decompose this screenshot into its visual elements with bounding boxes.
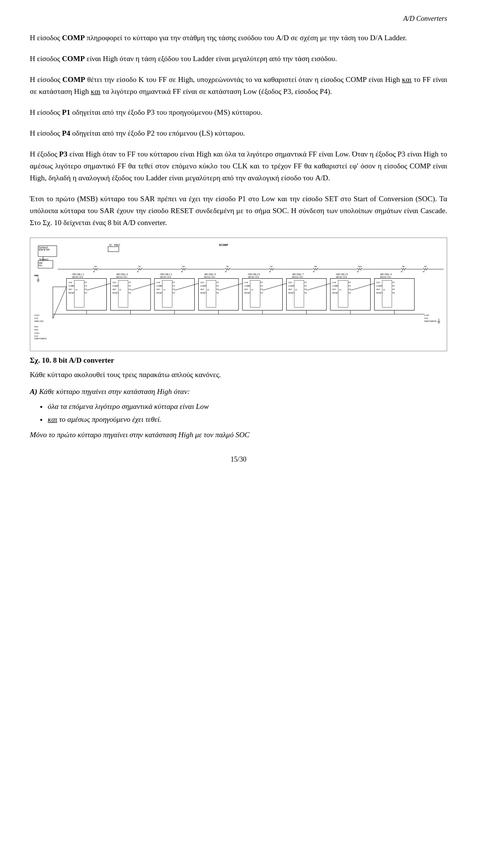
paragraph-1: Η είσοδος COMP πληροφορεί το κύτταρο για… — [30, 32, 447, 44]
svg-text:A/D CELL 6: A/D CELL 6 — [248, 273, 260, 276]
svg-text:P2: P2 — [260, 285, 263, 287]
svg-text:P1: P1 — [348, 281, 351, 284]
svg-text:CLK: CLK — [112, 281, 116, 284]
svg-text:COMP: COMP — [244, 285, 250, 287]
circuit-diagram: Op/Amp2 opamp sub Op/Amp1 Vee Vcc V2 VNE… — [30, 237, 447, 351]
svg-text:P2: P2 — [129, 285, 131, 287]
paragraph-6: Η έξοδος P3 είναι High όταν το FF του κύ… — [30, 148, 447, 184]
svg-rect-147 — [382, 280, 392, 307]
bullet-1-text: όλα τα επόμενα λιγότερο σημαντικά κύτταρ… — [48, 402, 209, 410]
svg-line-151 — [175, 283, 198, 290]
svg-text:COMP: COMP — [200, 285, 206, 287]
rules-intro-text: Κάθε κύτταρο ακολουθεί τους τρεις παρακά… — [30, 371, 221, 379]
diagram-svg: Op/Amp2 opamp sub Op/Amp1 Vee Vcc V2 VNE… — [33, 241, 444, 348]
svg-text:FF: FF — [207, 289, 210, 291]
svg-text:SET: SET — [376, 288, 380, 291]
svg-text:SET: SET — [244, 288, 248, 291]
svg-text:CLK: CLK — [69, 281, 73, 284]
svg-rect-137 — [338, 280, 348, 307]
figure-caption-text: Σχ. 10. 8 bit A/D converter — [30, 356, 114, 364]
svg-text:FF: FF — [383, 289, 386, 291]
svg-text:1K: 1K — [181, 271, 183, 273]
svg-text:P1: P1 — [172, 281, 175, 284]
svg-text:P2: P2 — [172, 285, 175, 287]
svg-text:CLK: CLK — [34, 335, 38, 337]
svg-text:A/D CELL 1: A/D CELL 1 — [73, 273, 84, 276]
svg-rect-107 — [206, 280, 216, 307]
diagram-inner: Op/Amp2 opamp sub Op/Amp1 Vee Vcc V2 VNE… — [30, 238, 447, 351]
svg-text:ADCELL SCH: ADCELL SCH — [160, 276, 171, 278]
paragraph-5: Η είσοδος P4 οδηγείται από την έξοδο P2 … — [30, 127, 447, 139]
page-header: A/D Converters — [30, 15, 447, 23]
svg-text:1K: 1K — [423, 271, 425, 273]
svg-text:P3: P3 — [348, 288, 351, 291]
svg-text:P2: P2 — [305, 285, 307, 287]
rule-a-title: Α) Κάθε κύτταρο πηγαίνει στην κατάσταση … — [30, 386, 447, 397]
svg-line-154 — [307, 283, 330, 290]
svg-text:P2: P2 — [84, 285, 87, 287]
svg-text:ADCELL SCH: ADCELL SCH — [336, 276, 347, 278]
figure-caption: Σχ. 10. 8 bit A/D converter — [30, 356, 447, 365]
page-number-text: 15/30 — [231, 456, 246, 463]
svg-text:R1: R1 — [138, 265, 141, 268]
svg-text:R7: R7 — [270, 265, 273, 268]
svg-text:opamp sub: opamp sub — [39, 248, 50, 251]
rule-a-final: Μόνο το πρώτο κύτταρο πηγαίνει στην κατά… — [30, 429, 447, 441]
svg-text:P4: P4 — [348, 292, 351, 294]
svg-text:1K: 1K — [400, 271, 403, 273]
svg-text:P3: P3 — [393, 288, 396, 291]
svg-text:P4: P4 — [305, 292, 308, 294]
svg-text:CLK3: CLK3 — [34, 332, 40, 334]
svg-text:SET: SET — [288, 288, 292, 291]
svg-text:R9: R9 — [314, 265, 317, 268]
svg-rect-117 — [250, 280, 260, 307]
svg-text:P1: P1 — [84, 281, 87, 284]
bullet-2-rest-text: το αμέσως προηγούμενο έχει τεθεί. — [57, 415, 161, 423]
svg-text:DNEPOWER1: DNEPOWER1 — [424, 320, 437, 322]
svg-text:P1: P1 — [129, 281, 131, 284]
svg-rect-10 — [108, 247, 119, 252]
svg-text:CLK: CLK — [200, 281, 204, 284]
paragraph-5-text: Η είσοδος P4 οδηγείται από την έξοδο P2 … — [30, 129, 245, 137]
svg-text:ADCELL SCH: ADCELL SCH — [380, 276, 391, 278]
svg-text:SET: SET — [112, 288, 116, 291]
svg-text:FF: FF — [295, 289, 298, 291]
svg-text:ADCELL SCH: ADCELL SCH — [204, 276, 215, 278]
svg-rect-77 — [75, 280, 84, 307]
svg-text:COMP: COMP — [157, 285, 162, 287]
svg-rect-97 — [162, 280, 172, 307]
svg-text:1K: 1K — [93, 271, 95, 273]
svg-text:CLK3: CLK3 — [34, 314, 40, 316]
svg-text:P3: P3 — [129, 288, 132, 291]
paragraph-3-text: Η είσοδος COMP θέτει την είσοδο K του FF… — [30, 76, 447, 95]
bullet-item-2: και το αμέσως προηγούμενο έχει τεθεί. — [48, 413, 447, 426]
svg-text:SET: SET — [200, 288, 204, 291]
svg-text:DCOMP: DCOMP — [219, 244, 229, 246]
svg-line-159 — [53, 287, 67, 318]
svg-text:P4: P4 — [260, 292, 263, 294]
svg-text:ADCELL SCH: ADCELL SCH — [248, 276, 259, 278]
svg-text:FF: FF — [163, 289, 166, 291]
svg-text:R6: R6 — [402, 265, 405, 268]
svg-text:1K: 1K — [269, 271, 271, 273]
paragraph-7-text: Έτσι το πρώτο (MSB) κύτταρο του SAR πρέπ… — [30, 195, 447, 227]
svg-text:DNELOCK: DNELOCK — [34, 320, 44, 322]
svg-text:VNEG: VNEG — [114, 244, 120, 246]
svg-rect-87 — [118, 280, 128, 307]
svg-line-153 — [263, 283, 286, 290]
svg-text:P2: P2 — [348, 285, 351, 287]
svg-text:COMP: COMP — [332, 285, 338, 287]
svg-text:SET: SET — [157, 288, 160, 291]
bullet-2-und-text: και — [48, 415, 57, 423]
svg-text:A/D CELL 2: A/D CELL 2 — [116, 273, 128, 276]
svg-text:CLK: CLK — [376, 281, 380, 284]
paragraph-4: Η είσοδος P1 οδηγείται από την έξοδο P3 … — [30, 106, 447, 118]
paragraph-2: Η είσοδος COMP είναι High όταν η τάση εξ… — [30, 53, 447, 65]
rule-a-final-text: Μόνο το πρώτο κύτταρο πηγαίνει στην κατά… — [30, 431, 249, 439]
svg-text:A/D CELL 8: A/D CELL 8 — [336, 273, 348, 276]
circuit-svg: Op/Amp2 opamp sub Op/Amp1 Vee Vcc V2 VNE… — [33, 241, 444, 348]
svg-text:CLK: CLK — [157, 281, 160, 284]
rule-a-italic: Κάθε κύτταρο πηγαίνει στην κατάσταση Hig… — [39, 388, 190, 395]
svg-text:ADCELL SCH: ADCELL SCH — [116, 276, 127, 278]
svg-text:FF: FF — [339, 289, 342, 291]
